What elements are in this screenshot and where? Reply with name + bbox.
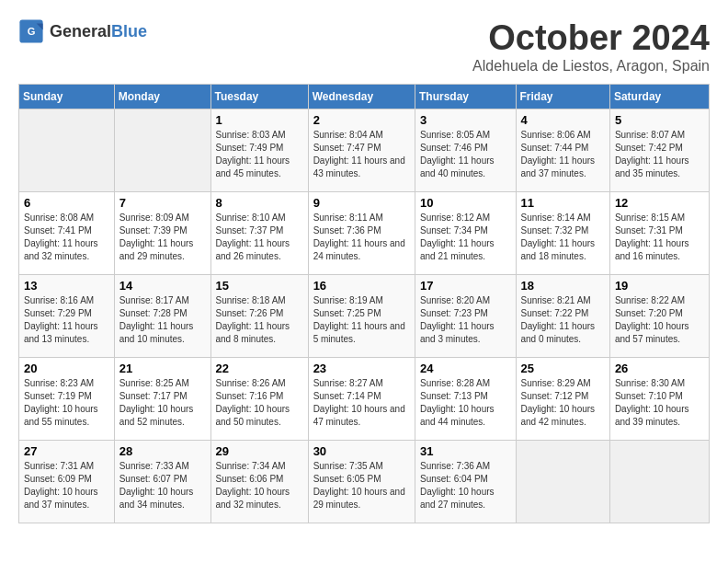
table-row [516,441,609,523]
day-number: 18 [521,279,605,293]
day-number: 26 [615,362,704,375]
table-row: 16Sunrise: 8:19 AM Sunset: 7:25 PM Dayli… [308,275,415,358]
day-header-saturday: Saturday [609,85,709,109]
day-header-monday: Monday [114,85,210,109]
calendar-title: October 2024 [472,18,710,58]
title-section: October 2024 Aldehuela de Liestos, Arago… [472,18,710,75]
day-number: 28 [119,444,206,458]
day-info: Sunrise: 8:21 AM Sunset: 7:22 PM Dayligh… [521,294,605,346]
day-number: 11 [521,196,605,210]
calendar-table: SundayMondayTuesdayWednesdayThursdayFrid… [18,84,710,523]
day-number: 2 [313,113,410,127]
logo-general: General [50,22,111,41]
logo: G General Blue [18,18,147,44]
table-row: 17Sunrise: 8:20 AM Sunset: 7:23 PM Dayli… [415,275,516,358]
table-row: 7Sunrise: 8:09 AM Sunset: 7:39 PM Daylig… [114,192,210,275]
table-row: 19Sunrise: 8:22 AM Sunset: 7:20 PM Dayli… [609,275,709,358]
day-info: Sunrise: 7:36 AM Sunset: 6:04 PM Dayligh… [420,460,511,511]
day-number: 13 [24,279,109,293]
day-number: 7 [119,196,206,210]
table-row: 14Sunrise: 8:17 AM Sunset: 7:28 PM Dayli… [114,275,210,358]
day-number: 14 [119,279,206,293]
day-info: Sunrise: 8:27 AM Sunset: 7:14 PM Dayligh… [313,377,410,429]
table-row: 8Sunrise: 8:10 AM Sunset: 7:37 PM Daylig… [210,192,308,275]
day-number: 6 [24,196,109,210]
table-row: 2Sunrise: 8:04 AM Sunset: 7:47 PM Daylig… [308,109,415,192]
day-info: Sunrise: 8:04 AM Sunset: 7:47 PM Dayligh… [313,129,410,180]
day-number: 22 [216,362,303,375]
table-row: 4Sunrise: 8:06 AM Sunset: 7:44 PM Daylig… [516,109,609,192]
svg-text:G: G [28,26,36,37]
table-row: 10Sunrise: 8:12 AM Sunset: 7:34 PM Dayli… [415,192,516,275]
day-number: 4 [521,113,605,127]
table-row: 15Sunrise: 8:18 AM Sunset: 7:26 PM Dayli… [210,275,308,358]
day-info: Sunrise: 8:29 AM Sunset: 7:12 PM Dayligh… [521,377,605,429]
day-number: 24 [420,362,511,375]
day-number: 20 [24,362,109,375]
day-number: 8 [216,196,303,210]
day-number: 19 [615,279,704,293]
day-number: 17 [420,279,511,293]
day-info: Sunrise: 8:11 AM Sunset: 7:36 PM Dayligh… [313,212,410,263]
day-number: 1 [216,113,303,127]
day-info: Sunrise: 8:09 AM Sunset: 7:39 PM Dayligh… [119,212,206,263]
day-number: 30 [313,444,410,458]
day-info: Sunrise: 8:22 AM Sunset: 7:20 PM Dayligh… [615,294,704,346]
logo-blue: Blue [111,22,147,41]
day-number: 21 [119,362,206,375]
day-info: Sunrise: 8:06 AM Sunset: 7:44 PM Dayligh… [521,129,605,180]
day-number: 31 [420,444,511,458]
day-number: 5 [615,113,704,127]
day-info: Sunrise: 8:08 AM Sunset: 7:41 PM Dayligh… [24,212,109,263]
table-row: 1Sunrise: 8:03 AM Sunset: 7:49 PM Daylig… [210,109,308,192]
table-row: 11Sunrise: 8:14 AM Sunset: 7:32 PM Dayli… [516,192,609,275]
day-number: 3 [420,113,511,127]
table-row: 24Sunrise: 8:28 AM Sunset: 7:13 PM Dayli… [415,358,516,441]
table-row: 28Sunrise: 7:33 AM Sunset: 6:07 PM Dayli… [114,441,210,523]
table-row: 13Sunrise: 8:16 AM Sunset: 7:29 PM Dayli… [19,275,115,358]
table-row: 29Sunrise: 7:34 AM Sunset: 6:06 PM Dayli… [210,441,308,523]
day-info: Sunrise: 8:16 AM Sunset: 7:29 PM Dayligh… [24,294,109,346]
table-row: 20Sunrise: 8:23 AM Sunset: 7:19 PM Dayli… [19,358,115,441]
table-row: 22Sunrise: 8:26 AM Sunset: 7:16 PM Dayli… [210,358,308,441]
day-number: 16 [313,279,410,293]
day-info: Sunrise: 8:07 AM Sunset: 7:42 PM Dayligh… [615,129,704,180]
day-header-friday: Friday [516,85,609,109]
day-info: Sunrise: 8:15 AM Sunset: 7:31 PM Dayligh… [615,212,704,263]
day-info: Sunrise: 7:34 AM Sunset: 6:06 PM Dayligh… [216,460,303,511]
day-info: Sunrise: 8:23 AM Sunset: 7:19 PM Dayligh… [24,377,109,429]
day-number: 9 [313,196,410,210]
day-info: Sunrise: 8:30 AM Sunset: 7:10 PM Dayligh… [615,377,704,429]
day-number: 12 [615,196,704,210]
day-number: 23 [313,362,410,375]
day-info: Sunrise: 8:03 AM Sunset: 7:49 PM Dayligh… [216,129,303,180]
logo-icon: G [18,18,44,44]
day-info: Sunrise: 8:28 AM Sunset: 7:13 PM Dayligh… [420,377,511,429]
table-row: 6Sunrise: 8:08 AM Sunset: 7:41 PM Daylig… [19,192,115,275]
day-info: Sunrise: 8:17 AM Sunset: 7:28 PM Dayligh… [119,294,206,346]
day-header-wednesday: Wednesday [308,85,415,109]
day-number: 10 [420,196,511,210]
day-info: Sunrise: 8:20 AM Sunset: 7:23 PM Dayligh… [420,294,511,346]
day-number: 27 [24,444,109,458]
table-row [114,109,210,192]
calendar-subtitle: Aldehuela de Liestos, Aragon, Spain [472,58,710,75]
table-row: 23Sunrise: 8:27 AM Sunset: 7:14 PM Dayli… [308,358,415,441]
day-info: Sunrise: 8:19 AM Sunset: 7:25 PM Dayligh… [313,294,410,346]
day-number: 25 [521,362,605,375]
table-row: 27Sunrise: 7:31 AM Sunset: 6:09 PM Dayli… [19,441,115,523]
table-row: 18Sunrise: 8:21 AM Sunset: 7:22 PM Dayli… [516,275,609,358]
table-row: 26Sunrise: 8:30 AM Sunset: 7:10 PM Dayli… [609,358,709,441]
day-info: Sunrise: 8:05 AM Sunset: 7:46 PM Dayligh… [420,129,511,180]
day-info: Sunrise: 7:33 AM Sunset: 6:07 PM Dayligh… [119,460,206,511]
day-header-thursday: Thursday [415,85,516,109]
day-info: Sunrise: 8:14 AM Sunset: 7:32 PM Dayligh… [521,212,605,263]
table-row: 25Sunrise: 8:29 AM Sunset: 7:12 PM Dayli… [516,358,609,441]
day-info: Sunrise: 8:18 AM Sunset: 7:26 PM Dayligh… [216,294,303,346]
table-row: 5Sunrise: 8:07 AM Sunset: 7:42 PM Daylig… [609,109,709,192]
day-number: 15 [216,279,303,293]
day-info: Sunrise: 8:10 AM Sunset: 7:37 PM Dayligh… [216,212,303,263]
table-row [609,441,709,523]
table-row: 3Sunrise: 8:05 AM Sunset: 7:46 PM Daylig… [415,109,516,192]
day-number: 29 [216,444,303,458]
